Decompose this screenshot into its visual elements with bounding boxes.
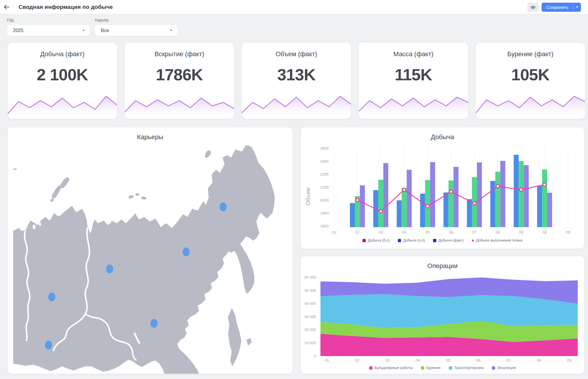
dobycha-chart-title: Добыча bbox=[301, 127, 584, 141]
svg-text:06: 06 bbox=[476, 358, 480, 363]
map-landmass bbox=[13, 145, 275, 374]
bar bbox=[467, 199, 472, 227]
bar bbox=[500, 161, 505, 227]
legend-swatch bbox=[492, 366, 495, 370]
quarry-marker[interactable] bbox=[106, 265, 113, 273]
arrow-left-icon bbox=[4, 5, 9, 9]
chevron-down-icon bbox=[82, 30, 85, 31]
quarry-select[interactable]: Все bbox=[95, 25, 178, 36]
kpi-card: Вскрытие (факт)1786K bbox=[125, 43, 234, 119]
year-select[interactable]: 2025 bbox=[7, 25, 90, 36]
chevron-down-icon bbox=[170, 30, 172, 31]
bar bbox=[519, 161, 524, 227]
dobycha-y-axis-label: Объем bbox=[305, 187, 311, 205]
legend-label: Добыча (б.п) bbox=[368, 238, 390, 242]
svg-text:09: 09 bbox=[567, 358, 571, 363]
bar bbox=[514, 155, 519, 227]
legend-item[interactable]: Добыча (факт) bbox=[433, 238, 464, 242]
svg-text:08: 08 bbox=[537, 358, 541, 363]
preview-button[interactable] bbox=[527, 3, 539, 12]
header: Сводная информация по добыче Сохранить bbox=[0, 0, 588, 14]
svg-text:09: 09 bbox=[542, 230, 547, 235]
legend-swatch bbox=[398, 239, 401, 242]
bar bbox=[542, 169, 547, 227]
quarry-marker[interactable] bbox=[220, 202, 227, 211]
kpi-card-value: 1786K bbox=[125, 65, 234, 84]
legend-swatch bbox=[449, 366, 452, 370]
dashboard: Сводная информация по добыче Сохранить Г… bbox=[0, 0, 588, 379]
svg-text:60 000: 60 000 bbox=[304, 275, 316, 280]
year-select-value: 2025 bbox=[13, 28, 24, 33]
svg-text:2100: 2100 bbox=[320, 185, 329, 190]
legend-label: Бурение bbox=[426, 366, 441, 370]
bar bbox=[383, 163, 388, 227]
page-title: Сводная информация по добыче bbox=[19, 4, 113, 10]
area-series bbox=[320, 294, 578, 328]
kpi-sparkline bbox=[242, 91, 351, 119]
quarry-marker[interactable] bbox=[183, 247, 190, 256]
kpi-sparkline bbox=[125, 91, 234, 119]
svg-text:08: 08 bbox=[496, 230, 500, 235]
legend-label: Добыча выполнение плана bbox=[476, 238, 522, 242]
svg-text:10 000: 10 000 bbox=[304, 341, 316, 345]
bar bbox=[449, 180, 454, 227]
bar bbox=[407, 170, 412, 227]
operacii-chart: 60 00050 00040 00030 00020 00010 0000010… bbox=[301, 270, 584, 364]
svg-text:2200: 2200 bbox=[320, 172, 329, 177]
legend-item[interactable]: Добыча (б.п) bbox=[363, 238, 390, 242]
bar bbox=[444, 192, 449, 227]
svg-text:30 000: 30 000 bbox=[304, 315, 316, 319]
svg-text:04: 04 bbox=[402, 230, 406, 235]
kpi-card-value: 313K bbox=[242, 65, 351, 84]
map-highlight-dash bbox=[13, 168, 17, 170]
quarry-marker[interactable] bbox=[45, 341, 52, 350]
bar bbox=[430, 162, 435, 227]
operacii-areas bbox=[320, 277, 578, 356]
svg-text:2300: 2300 bbox=[320, 159, 329, 164]
save-dropdown-toggle[interactable] bbox=[573, 3, 581, 12]
svg-text:1800: 1800 bbox=[320, 224, 329, 228]
quarry-marker[interactable] bbox=[48, 292, 55, 301]
bar bbox=[425, 180, 430, 227]
dobycha-chart: 2600230022002100200019001800010203040506… bbox=[301, 141, 584, 237]
save-button[interactable]: Сохранить bbox=[542, 3, 581, 12]
kpi-card: Объем (факт)313K bbox=[242, 43, 351, 119]
legend-swatch bbox=[363, 239, 366, 242]
bar bbox=[490, 181, 495, 227]
legend-item[interactable]: Бурение bbox=[421, 366, 441, 370]
bar bbox=[537, 186, 542, 227]
svg-text:1900: 1900 bbox=[320, 211, 329, 215]
map-panel-title: Карьеры bbox=[8, 127, 293, 141]
legend-item[interactable]: Бульдозерные работы bbox=[369, 366, 413, 370]
operacii-chart-title: Операции bbox=[301, 256, 584, 270]
back-button[interactable] bbox=[0, 0, 13, 14]
kpi-card: Добыча (факт)2 100K bbox=[8, 43, 117, 119]
bar bbox=[547, 193, 552, 227]
russia-map[interactable] bbox=[8, 127, 293, 374]
legend-item[interactable]: Эскалация bbox=[492, 366, 516, 370]
kpi-sparkline bbox=[476, 91, 585, 119]
chevron-down-icon bbox=[576, 6, 578, 8]
bar bbox=[495, 172, 500, 227]
legend-swatch bbox=[421, 366, 424, 370]
kpi-card-title: Добыча (факт) bbox=[8, 50, 117, 58]
svg-text:09: 09 bbox=[519, 230, 523, 235]
legend-item[interactable]: Добыча выполнение плана bbox=[472, 238, 522, 242]
kpi-card-title: Бурение (факт) bbox=[476, 50, 585, 58]
svg-text:09: 09 bbox=[566, 230, 570, 235]
year-filter-label: Год bbox=[7, 18, 14, 22]
svg-text:02: 02 bbox=[355, 358, 359, 363]
quarry-select-value: Все bbox=[101, 28, 109, 33]
svg-text:40 000: 40 000 bbox=[304, 301, 316, 306]
svg-text:2600: 2600 bbox=[320, 146, 329, 151]
operacii-legend: Бульдозерные работыБурениеТранспортировк… bbox=[301, 366, 584, 370]
operacii-y-ticks: 60 00050 00040 00030 00020 00010 0000 bbox=[304, 275, 316, 358]
legend-label: Добыча (факт) bbox=[438, 238, 464, 242]
quarry-filter-label: Карьер bbox=[95, 18, 109, 22]
legend-item[interactable]: Добыча (о.п) bbox=[398, 238, 425, 242]
kpi-card-value: 2 100K bbox=[8, 65, 117, 84]
quarry-marker[interactable] bbox=[151, 319, 158, 328]
dobycha-legend: Добыча (б.п)Добыча (о.п)Добыча (факт)Доб… bbox=[301, 238, 584, 242]
kpi-card-title: Масса (факт) bbox=[359, 50, 468, 58]
legend-item[interactable]: Транспортировка bbox=[449, 366, 484, 370]
